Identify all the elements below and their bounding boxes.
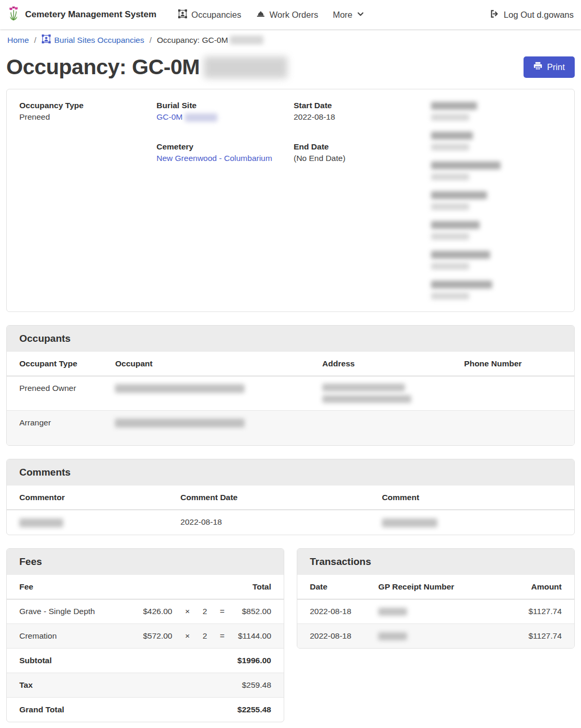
field-cemetery: Cemetery New Greenwood - Columbarium [157,141,288,164]
redacted-field [431,219,562,242]
multiply-sign: × [179,599,196,623]
field-label: Cemetery [157,141,288,153]
occupant-cell [109,411,316,446]
column-header: Occupant [109,352,316,376]
transactions-title: Transactions [297,549,574,575]
print-button[interactable]: Print [524,56,575,78]
address-cell [316,376,458,411]
redacted-value [431,233,469,240]
equals-sign: = [213,599,231,623]
redacted-field [431,189,562,212]
table-row: Cremation $572.00 × 2 = $1144.00 [7,623,284,648]
redacted-value [431,174,469,180]
fee-unit-price-cell: $572.00 [137,623,179,648]
redacted-text [185,113,217,122]
comments-table: Commentor Comment Date Comment 2022-08-1… [7,486,574,534]
column-header: Total [231,575,284,599]
redacted-label [431,132,473,140]
logout-button[interactable]: Log Out d.gowans [490,9,574,20]
redacted-text [204,56,287,78]
comment-date-cell: 2022-08-18 [174,510,376,535]
occupancy-details-card: Occupancy Type Preneed Burial Site GC-0M… [6,89,575,312]
transactions-table: Date GP Receipt Number Amount 2022-08-18… [297,575,574,648]
redacted-text [322,384,405,391]
field-label: Burial Site [157,100,288,111]
nav-item-more[interactable]: More [333,10,364,20]
redacted-field [431,130,562,153]
grand-total-value: $2255.48 [231,697,284,722]
breadcrumb-home-link[interactable]: Home [7,36,29,45]
occupant-cell [109,376,316,411]
comments-title: Comments [7,459,574,486]
redacted-label [431,102,477,110]
top-navbar: Cemetery Management System Occupancies [0,0,581,29]
print-label: Print [547,62,565,72]
app-title: Cemetery Management System [25,9,156,20]
occupant-type-cell: Preneed Owner [7,376,109,411]
person-bounding-box-icon [178,9,187,20]
field-value: 2022-08-18 [294,111,425,123]
redacted-label [431,281,492,288]
field-label: Occupancy Type [19,100,150,111]
breadcrumb-separator: / [34,36,36,45]
redacted-value [431,263,469,270]
column-header: Date [297,575,372,599]
fees-table: Fee Total Grave - Single Depth $426.00 ×… [7,575,284,722]
redacted-label [431,251,490,259]
column-header: Address [316,352,458,376]
column-header: GP Receipt Number [372,575,497,599]
redacted-label [431,161,501,169]
subtotal-value: $1996.00 [231,648,284,673]
occupants-title: Occupants [7,326,574,352]
equals-sign: = [213,623,231,648]
field-start-date: Start Date 2022-08-18 [294,100,425,123]
breadcrumb-occupancies-label: Burial Sites Occupancies [54,36,144,45]
fee-name-cell: Grave - Single Depth [7,599,137,623]
logout-icon [490,9,499,20]
fee-unit-price-cell: $426.00 [137,599,179,623]
redacted-field [431,279,562,302]
nav-item-work-orders[interactable]: Work Orders [256,9,318,20]
nav-item-occupancies[interactable]: Occupancies [178,9,241,20]
breadcrumb-current: Occupancy: GC-0M [157,36,263,45]
address-cell [316,411,458,446]
redacted-value [431,114,469,121]
breadcrumb-occupancies-link[interactable]: Burial Sites Occupancies [42,34,144,45]
tax-label: Tax [7,673,137,697]
redacted-value [431,203,469,210]
redacted-value [431,144,469,151]
nav-item-label: Work Orders [270,10,318,20]
fee-name-cell: Cremation [7,623,137,648]
logout-label: Log Out d.gowans [504,10,574,20]
table-row: Grave - Single Depth $426.00 × 2 = $852.… [7,599,284,623]
redacted-field [431,249,562,272]
column-header: Commentor [7,486,174,510]
table-row: 2022-08-18 $1127.74 [297,623,574,648]
phone-cell [458,376,574,411]
field-occupancy-type: Occupancy Type Preneed [19,100,150,123]
transactions-card: Transactions Date GP Receipt Number Amou… [297,548,575,649]
tulip-logo-icon [7,6,20,24]
subtotal-row: Subtotal $1996.00 [7,648,284,673]
burial-site-link[interactable]: GC-0M [157,112,183,121]
redacted-text [115,419,245,427]
occupants-table: Occupant Type Occupant Address Phone Num… [7,352,574,445]
breadcrumb-separator: / [149,36,152,45]
column-header: Phone Number [458,352,574,376]
cemetery-link[interactable]: New Greenwood - Columbarium [157,154,272,163]
redacted-text [115,384,245,393]
receipt-number-cell [372,599,497,623]
field-value: Preneed [19,111,150,123]
person-bounding-box-icon [42,34,51,45]
fee-total-cell: $1144.00 [231,623,284,648]
app-brand[interactable]: Cemetery Management System [7,6,156,24]
details-column-2: Burial Site GC-0M Cemetery New Greenwood… [157,100,288,308]
field-value: (No End Date) [294,153,425,164]
redacted-field [431,159,562,182]
transaction-date-cell: 2022-08-18 [297,599,372,623]
fee-quantity-cell: 2 [196,599,214,623]
field-label: Start Date [294,100,425,111]
field-burial-site: Burial Site GC-0M [157,100,288,123]
redacted-value [431,293,469,299]
column-header: Occupant Type [7,352,109,376]
